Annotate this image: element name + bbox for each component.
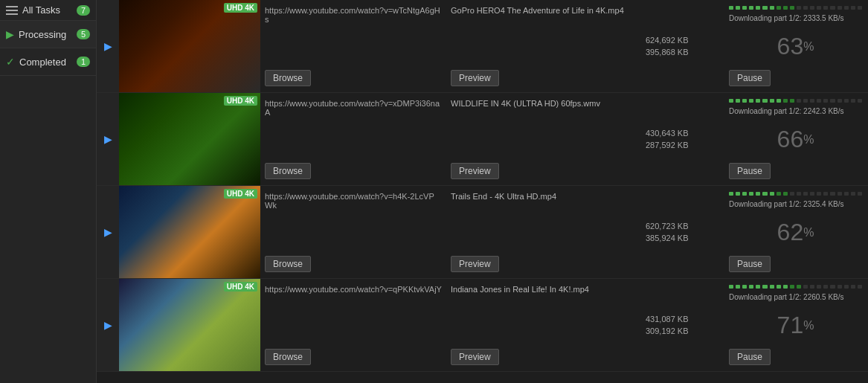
url-text: https://www.youtube.com/watch?v=wTcNtgA6…	[265, 6, 442, 24]
size-col: 431,087 KB 309,192 KB	[641, 279, 723, 371]
progress-segment-empty	[851, 192, 855, 196]
play-button-col[interactable]: ▶	[97, 93, 119, 185]
progress-segment-partial	[783, 6, 788, 10]
thumbnail-col: UHD 4K	[119, 93, 260, 185]
completed-label: Completed	[19, 57, 66, 68]
size-done: 395,868 KB	[646, 48, 718, 57]
size-done: 309,192 KB	[646, 326, 718, 335]
progress-segment-done	[736, 285, 740, 289]
table-row: ▶ UHD 4K https://www.youtube.com/watch?v…	[97, 279, 868, 372]
progress-segment-empty	[858, 6, 862, 10]
progress-segment-partial	[777, 6, 781, 10]
thumbnail-col: UHD 4K	[119, 0, 260, 92]
progress-segment-done	[749, 99, 753, 103]
uhd-badge: UHD 4K	[224, 3, 257, 13]
progress-segment-done	[742, 192, 747, 196]
progress-segment-empty	[823, 285, 828, 289]
progress-segment-empty	[830, 192, 835, 196]
size-total: 430,643 KB	[646, 129, 718, 138]
thumbnail	[119, 0, 260, 92]
progress-segment-done	[770, 285, 774, 289]
all-tasks-badge: 7	[77, 5, 90, 16]
task-list: ▶ UHD 4K https://www.youtube.com/watch?v…	[97, 0, 868, 383]
play-icon[interactable]: ▶	[104, 319, 112, 331]
progress-segment-empty	[830, 99, 835, 103]
download-status: Downloading part 1/2: 2325.4 KB/s	[729, 200, 844, 208]
thumbnail	[119, 186, 260, 278]
uhd-badge: UHD 4K	[224, 189, 257, 199]
percent-symbol: %	[803, 40, 814, 54]
filename-text: WILDLIFE IN 4K (ULTRA HD) 60fps.wmv	[451, 99, 637, 108]
preview-button[interactable]: Preview	[451, 70, 499, 86]
progress-col: Downloading part 1/2: 2242.3 KB/s 66% Pa…	[723, 93, 868, 185]
preview-button[interactable]: Preview	[451, 256, 499, 272]
play-button-col[interactable]: ▶	[97, 186, 119, 278]
browse-button[interactable]: Browse	[265, 70, 311, 86]
play-icon[interactable]: ▶	[104, 226, 112, 238]
play-button-col[interactable]: ▶	[97, 279, 119, 371]
sidebar-item-processing[interactable]: ▶ Processing 5	[0, 21, 96, 48]
browse-button[interactable]: Browse	[265, 163, 311, 179]
pause-button[interactable]: Pause	[729, 256, 771, 272]
progress-segment-done	[756, 192, 760, 196]
progress-segment-empty	[838, 192, 842, 196]
completed-icon: ✓	[6, 56, 15, 68]
progress-segment-done	[742, 285, 747, 289]
url-text: https://www.youtube.com/watch?v=xDMP3i36…	[265, 99, 442, 117]
progress-segment-partial	[783, 99, 788, 103]
browse-button[interactable]: Browse	[265, 256, 311, 272]
pause-button[interactable]: Pause	[729, 349, 771, 365]
sidebar-header[interactable]: All Tasks 7	[0, 0, 96, 21]
progress-segment-empty	[790, 192, 794, 196]
progress-segment-empty	[797, 192, 801, 196]
progress-segment-done	[749, 192, 753, 196]
download-status: Downloading part 1/2: 2333.5 KB/s	[729, 14, 844, 22]
progress-segment-empty	[810, 192, 814, 196]
progress-segment-empty	[858, 192, 862, 196]
progress-segment-empty	[851, 6, 855, 10]
progress-segment-empty	[803, 192, 808, 196]
progress-segment-done	[729, 192, 733, 196]
hamburger-icon[interactable]	[6, 6, 18, 15]
play-icon[interactable]: ▶	[104, 133, 112, 145]
progress-segment-empty	[844, 285, 849, 289]
progress-segment-done	[749, 6, 753, 10]
progress-segment-empty	[838, 285, 842, 289]
progress-segment-partial	[790, 6, 794, 10]
progress-segment-partial	[783, 192, 788, 196]
preview-button[interactable]: Preview	[451, 349, 499, 365]
progress-segment-empty	[851, 285, 855, 289]
progress-segment-partial	[797, 285, 801, 289]
url-col: https://www.youtube.com/watch?v=h4K-2LcV…	[260, 186, 446, 278]
progress-segment-empty	[817, 192, 821, 196]
progress-segment-empty	[810, 99, 814, 103]
play-button-col[interactable]: ▶	[97, 0, 119, 92]
pause-button[interactable]: Pause	[729, 163, 771, 179]
uhd-badge: UHD 4K	[224, 96, 257, 106]
completed-badge: 1	[77, 57, 90, 67]
play-icon[interactable]: ▶	[104, 40, 112, 52]
progress-segment-empty	[830, 6, 835, 10]
progress-segment-empty	[810, 285, 814, 289]
filename-text: Trails End - 4K Ultra HD.mp4	[451, 192, 637, 201]
sidebar-item-completed[interactable]: ✓ Completed 1	[0, 48, 96, 76]
progress-segment-empty	[803, 99, 808, 103]
progress-bar	[729, 99, 862, 103]
progress-col: Downloading part 1/2: 2333.5 KB/s 63% Pa…	[723, 0, 868, 92]
progress-segment-empty	[851, 99, 855, 103]
progress-col: Downloading part 1/2: 2260.5 KB/s 71% Pa…	[723, 279, 868, 371]
progress-segment-empty	[817, 6, 821, 10]
progress-segment-empty	[817, 99, 821, 103]
progress-segment-done	[736, 192, 740, 196]
thumbnail	[119, 279, 260, 371]
pause-button[interactable]: Pause	[729, 70, 771, 86]
progress-segment-empty	[858, 285, 862, 289]
progress-segment-done	[736, 99, 740, 103]
progress-bar	[729, 192, 862, 196]
browse-button[interactable]: Browse	[265, 349, 311, 365]
filename-col: Indiana Jones in Real Life! In 4K!.mp4 P…	[446, 279, 641, 371]
progress-segment-done	[770, 192, 774, 196]
thumbnail-col: UHD 4K	[119, 279, 260, 371]
download-status: Downloading part 1/2: 2242.3 KB/s	[729, 107, 844, 115]
preview-button[interactable]: Preview	[451, 163, 499, 179]
